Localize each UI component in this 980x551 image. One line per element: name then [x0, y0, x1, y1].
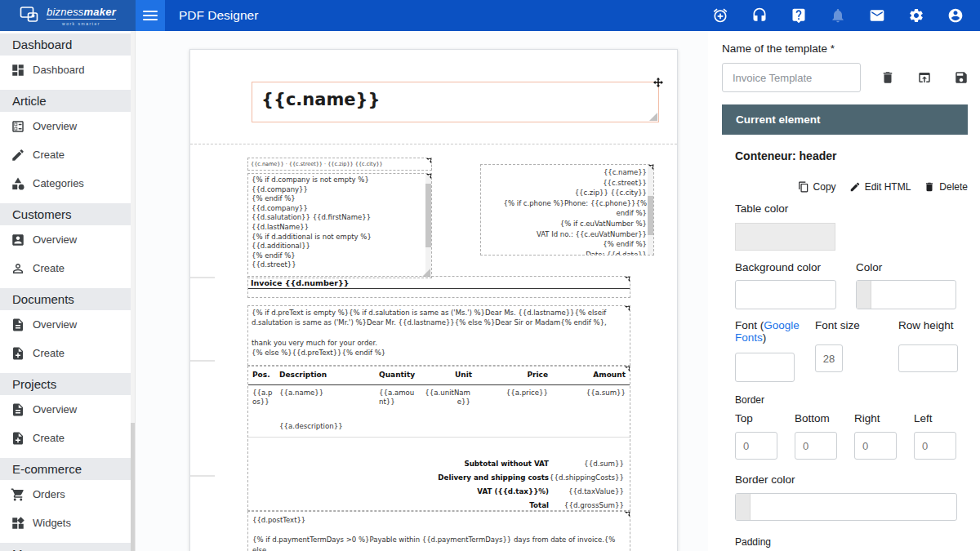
element-invoice-title[interactable]: Invoice {{d.number}}: [247, 276, 630, 298]
border-right-input[interactable]: [854, 432, 897, 460]
table-cell-sum: {{a.sum}}: [563, 389, 626, 398]
contact-card-icon: [11, 233, 27, 247]
table-color-swatch[interactable]: [735, 223, 835, 251]
sidebar-item-projects-overview[interactable]: Overview: [0, 395, 135, 424]
table-color-label: Table color: [735, 202, 968, 215]
move-icon[interactable]: [625, 511, 630, 517]
sidebar-item-customers-overview[interactable]: Overview: [0, 225, 135, 254]
color-swatch[interactable]: [857, 281, 871, 309]
menu-toggle-button[interactable]: [136, 0, 165, 31]
sidebar-item-orders[interactable]: Orders: [0, 480, 135, 509]
border-color-label: Border color: [735, 473, 968, 486]
app-logo[interactable]: biznessmaker work smarter: [0, 0, 136, 31]
element-actions: Copy Edit HTML Delete: [735, 181, 968, 193]
sidebar-item-article-categories[interactable]: Categories: [0, 169, 135, 198]
font-size-input[interactable]: [815, 344, 843, 372]
element-recipient-address[interactable]: {% if d.company is not empty %} {{d.comp…: [247, 173, 432, 278]
notifications-bell-icon[interactable]: [830, 7, 846, 24]
border-bottom-label: Bottom: [795, 412, 837, 424]
move-icon[interactable]: [625, 305, 630, 311]
border-color-swatch[interactable]: [736, 494, 751, 520]
sidebar-item-customers-create[interactable]: Create: [0, 254, 135, 282]
totals-block: Subtotal without VAT{{d.sum}} Delivery a…: [248, 456, 624, 511]
resize-handle[interactable]: [649, 113, 657, 121]
color-input[interactable]: [856, 280, 956, 309]
copy-button[interactable]: Copy: [798, 181, 836, 193]
account-icon[interactable]: [947, 7, 964, 24]
fold-mark: [190, 277, 215, 278]
scrollbar[interactable]: [648, 165, 653, 255]
table-header-description: Description: [279, 371, 327, 379]
sidebar-item-article-overview[interactable]: Overview: [0, 112, 135, 140]
export-template-icon[interactable]: [917, 70, 932, 85]
delete-template-icon[interactable]: [880, 70, 895, 85]
move-icon[interactable]: [426, 173, 432, 179]
save-template-icon[interactable]: [954, 70, 969, 85]
border-side-inputs: [735, 432, 968, 460]
table-header-rule: [248, 384, 630, 385]
pencil-icon: [11, 148, 27, 162]
sidebar-item-widgets[interactable]: Widgets: [0, 509, 135, 537]
topbar-icon-group: [712, 0, 964, 31]
row-height-label: Row height: [898, 319, 961, 331]
background-color-input[interactable]: [735, 280, 836, 309]
ballot-icon: [11, 119, 27, 134]
category-shapes-icon: [11, 176, 27, 191]
border-top-label: Top: [735, 412, 777, 424]
move-icon[interactable]: [625, 276, 630, 282]
element-type-label: Conteneur: header: [735, 149, 968, 162]
element-header-field[interactable]: {{c.name}}: [252, 82, 659, 122]
logo-tagline: work smarter: [62, 21, 100, 26]
settings-gear-icon[interactable]: [908, 7, 924, 24]
edit-html-button[interactable]: Edit HTML: [849, 181, 911, 193]
sidebar: Dashboard Dashboard Article Overview Cre…: [0, 31, 136, 551]
border-left-input[interactable]: [914, 432, 956, 460]
table-cell-description: {{a.description}}: [279, 422, 343, 431]
delete-element-button[interactable]: Delete: [924, 181, 968, 193]
alarm-icon[interactable]: [712, 7, 728, 24]
border-color-input[interactable]: [735, 493, 957, 521]
invoice-title-text: Invoice {{d.number}}: [248, 277, 630, 289]
move-icon[interactable]: [653, 78, 663, 87]
logo-wordmark: biznessmaker: [47, 6, 116, 20]
document-icon: [11, 402, 27, 417]
support-headset-icon[interactable]: [751, 7, 768, 24]
font-input[interactable]: [735, 353, 795, 382]
border-side-labels: Top Bottom Right Left: [735, 412, 968, 424]
sidebar-item-projects-create[interactable]: Create: [0, 424, 135, 452]
sidebar-item-documents-overview[interactable]: Overview: [0, 310, 135, 339]
element-pretext[interactable]: {% if d.preText is empty %}{% if d.salut…: [247, 305, 630, 366]
border-bottom-input[interactable]: [795, 432, 837, 460]
posttext-text: {{d.postText}} {% if d.paymentTermDays >…: [252, 516, 617, 551]
sidebar-section-dashboard: Dashboard: [0, 33, 135, 56]
scrollbar[interactable]: [425, 174, 431, 278]
sidebar-scrollbar-thumb[interactable]: [131, 423, 135, 551]
help-icon[interactable]: [791, 7, 807, 24]
row-height-input[interactable]: [898, 344, 958, 372]
element-items-table[interactable]: Pos. Description Quantity Unit Price Amo…: [247, 366, 630, 511]
move-icon[interactable]: [426, 158, 432, 163]
sidebar-section-article: Article: [0, 90, 135, 112]
element-sender-line[interactable]: {{c.name}} · {{c.street}} · {{c.zip}} {{…: [247, 158, 432, 171]
table-cell-price: {{a.price}}: [489, 389, 548, 398]
recipient-address-text: {% if d.company is not empty %} {{d.comp…: [252, 176, 373, 269]
table-header-quantity: Quantity: [379, 371, 415, 379]
sidebar-item-article-create[interactable]: Create: [0, 140, 135, 169]
page-title: PDF Designer: [179, 0, 258, 31]
scrollbar-thumb[interactable]: [425, 184, 431, 247]
sidebar-item-dashboard[interactable]: Dashboard: [0, 56, 135, 84]
template-name-input[interactable]: [722, 63, 861, 92]
scrollbar-thumb[interactable]: [648, 196, 653, 235]
element-company-info[interactable]: {{c.name}} {{c.street}} {{c.zip}} {{c.ci…: [480, 164, 654, 256]
mail-icon[interactable]: [869, 7, 885, 24]
header-container-divider: [190, 144, 677, 144]
total-row: Total{{d.grossSum}}: [248, 498, 624, 511]
table-cell-name: {{a.name}}: [279, 389, 323, 398]
sidebar-scrollbar[interactable]: [131, 31, 135, 551]
move-icon[interactable]: [648, 164, 654, 170]
move-icon[interactable]: [625, 366, 630, 371]
sidebar-item-documents-create[interactable]: Create: [0, 339, 135, 367]
element-posttext[interactable]: {{d.postText}} {% if d.paymentTermDays >…: [247, 511, 630, 551]
document-add-icon: [11, 431, 27, 446]
border-top-input[interactable]: [735, 432, 777, 460]
